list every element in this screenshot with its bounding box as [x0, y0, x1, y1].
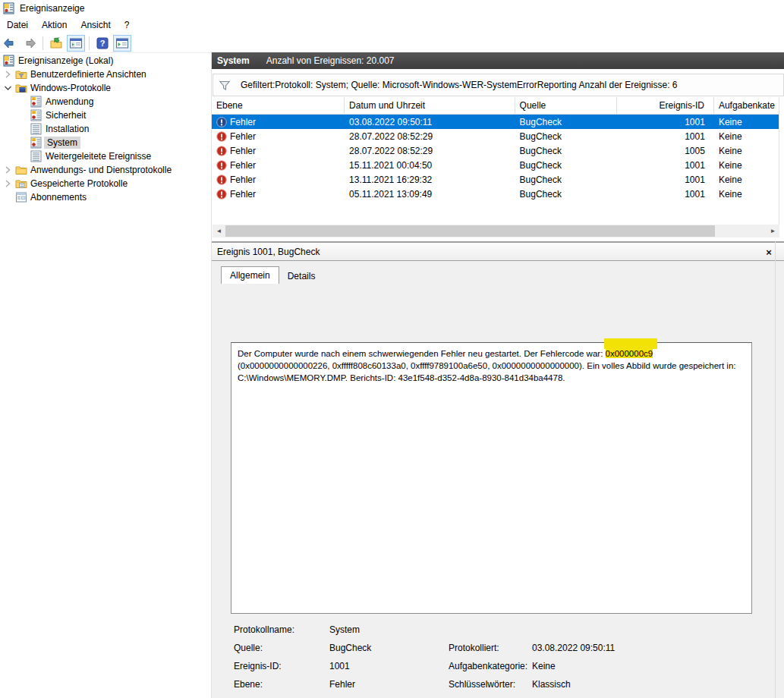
tree-item-installation[interactable]: Installation	[30, 122, 89, 136]
cell-event-id: 1005	[617, 143, 714, 158]
export-button[interactable]	[47, 35, 65, 52]
field-label: Protokolliert:	[449, 643, 532, 653]
action-pane-toggle-button[interactable]	[113, 35, 131, 52]
tree-label-selected: System	[44, 137, 80, 149]
event-description: Der Computer wurde nach einem schwerwieg…	[231, 342, 752, 614]
console-tree-toggle-button[interactable]	[67, 35, 85, 52]
log-event-icon	[30, 137, 43, 149]
tree-item-dienstprotokolle[interactable]: Anwendungs- und Dienstprotokolle	[3, 163, 172, 177]
help-button[interactable]	[93, 35, 112, 52]
chevron-right-icon[interactable]	[3, 165, 12, 174]
tree-item-custom-views[interactable]: Benutzerdefinierte Ansichten	[3, 68, 146, 81]
chevron-down-icon[interactable]	[3, 83, 12, 93]
error-icon	[216, 146, 227, 156]
scrollbar-thumb[interactable]	[225, 225, 715, 237]
cell-datetime: 03.08.2022 09:50:11	[345, 115, 515, 129]
field-aufgabenkategorie: Aufgabenkategorie: Keine	[449, 657, 556, 675]
scroll-left-button[interactable]: ◄	[213, 225, 225, 237]
column-header-quelle[interactable]: Quelle	[515, 97, 618, 114]
app-icon	[3, 2, 15, 14]
close-icon[interactable]: ×	[762, 245, 776, 259]
tree-item-root[interactable]: Ereignisanzeige (Lokal)	[3, 54, 113, 68]
cell-event-id: 1001	[617, 115, 714, 129]
horizontal-scrollbar[interactable]: ◄ ►	[213, 225, 779, 237]
error-icon	[216, 160, 227, 171]
error-icon	[216, 131, 227, 142]
event-viewer-icon	[3, 55, 15, 67]
tree-label: Abonnements	[30, 192, 87, 203]
tree-label: Sicherheit	[46, 110, 86, 121]
back-button[interactable]	[1, 35, 19, 52]
field-protokolliert: Protokolliert: 03.08.2022 09:50:11	[449, 639, 615, 657]
error-icon	[216, 189, 227, 200]
menu-ansicht[interactable]: Ansicht	[74, 17, 117, 33]
field-benutzer: Benutzer: Nicht zutreffend	[234, 693, 393, 698]
tree-item-anwendung[interactable]: Anwendung	[30, 95, 93, 108]
scroll-right-button[interactable]: ►	[767, 225, 779, 237]
field-label: Protokollname:	[234, 624, 329, 635]
preview-pane: Ereignis 1001, BugCheck × Allgemein Deta…	[212, 241, 784, 698]
help-icon	[96, 36, 109, 50]
folder-saved-icon	[15, 178, 27, 190]
column-header-ereignis-id[interactable]: Ereignis-ID	[617, 97, 714, 114]
menu-bar: Datei Aktion Ansicht ?	[0, 17, 784, 33]
toolbar-separator	[89, 36, 90, 50]
field-label: Aufgabenkategorie:	[449, 661, 532, 671]
description-text: Der Computer wurde nach einem schwerwieg…	[238, 349, 606, 358]
subscriptions-icon	[15, 191, 27, 203]
table-row[interactable]: Fehler 28.07.2022 08:52:29 BugCheck 1005…	[212, 143, 779, 158]
event-title: Ereignis 1001, BugCheck	[217, 247, 320, 257]
folder-export-icon	[49, 36, 63, 50]
highlighted-error-code: 0x000000c9	[606, 349, 653, 358]
field-value: 1001	[329, 661, 350, 671]
log-name: System	[217, 55, 250, 66]
forward-button[interactable]	[20, 35, 39, 52]
cell-source: BugCheck	[515, 172, 618, 187]
log-plain-icon	[30, 150, 43, 162]
log-event-icon	[30, 109, 43, 121]
cell-level: Fehler	[230, 117, 256, 127]
table-row[interactable]: Fehler 05.11.2021 13:09:49 BugCheck 1001…	[212, 187, 779, 201]
log-title-bar: System Anzahl von Ereignissen: 20.007	[212, 52, 784, 69]
cell-datetime: 05.11.2021 13:09:49	[345, 187, 515, 201]
field-value: Fehler	[329, 679, 355, 690]
field-label: Ebene:	[234, 679, 329, 690]
cell-level: Fehler	[230, 146, 256, 156]
table-row[interactable]: Fehler 28.07.2022 08:52:29 BugCheck 1001…	[212, 129, 779, 143]
tab-allgemein[interactable]: Allgemein	[221, 266, 279, 284]
cell-event-id: 1001	[617, 172, 714, 187]
table-row[interactable]: Fehler 13.11.2021 16:29:32 BugCheck 1001…	[212, 172, 779, 187]
filter-text: Gefiltert:Protokoll: System; Quelle: Mic…	[241, 80, 678, 90]
menu-datei[interactable]: Datei	[0, 17, 35, 33]
field-ereignis-id: Ereignis-ID: 1001	[234, 657, 350, 675]
field-label: Ereignis-ID:	[234, 661, 329, 671]
field-value: 03.08.2022 09:50:11	[532, 643, 615, 653]
description-text: (0x0000000000000226, 0xfffff808c60133a0,…	[238, 361, 735, 382]
tree-item-weitergeleitete[interactable]: Weitergeleitete Ereignisse	[30, 149, 151, 163]
cell-datetime: 13.11.2021 16:29:32	[345, 172, 515, 187]
cell-source: BugCheck	[515, 129, 618, 143]
tab-details[interactable]: Details	[279, 269, 324, 284]
tree-item-abonnements[interactable]: Abonnements	[15, 190, 87, 204]
folder-filter-icon	[15, 68, 27, 80]
tree-item-windows-logs[interactable]: Windows-Protokolle	[3, 81, 111, 95]
chevron-right-icon[interactable]	[3, 70, 12, 79]
tree-label: Weitergeleitete Ereignisse	[46, 151, 151, 162]
field-value: BugCheck	[329, 643, 371, 653]
column-header-aufgabenkategorie[interactable]: Aufgabenkate	[714, 97, 779, 114]
cell-event-id: 1001	[617, 187, 714, 201]
tree-item-sicherheit[interactable]: Sicherheit	[30, 108, 86, 122]
main-panel: System Anzahl von Ereignissen: 20.007 Ge…	[211, 52, 784, 698]
menu-aktion[interactable]: Aktion	[35, 17, 74, 33]
chevron-right-icon[interactable]	[3, 179, 12, 188]
tree-item-gespeicherte[interactable]: Gespeicherte Protokolle	[3, 177, 128, 190]
tree-label: Ereignisanzeige (Lokal)	[18, 55, 113, 66]
tree-item-system[interactable]: System	[30, 136, 80, 149]
log-event-icon	[30, 96, 43, 108]
column-header-datum[interactable]: Datum und Uhrzeit	[345, 97, 515, 114]
table-row[interactable]: Fehler 15.11.2021 00:04:50 BugCheck 1001…	[212, 158, 779, 172]
menu-hilfe[interactable]: ?	[118, 17, 137, 33]
cell-source: BugCheck	[515, 143, 618, 158]
column-header-ebene[interactable]: Ebene	[212, 97, 345, 114]
table-row[interactable]: Fehler 03.08.2022 09:50:11 BugCheck 1001…	[212, 115, 779, 129]
